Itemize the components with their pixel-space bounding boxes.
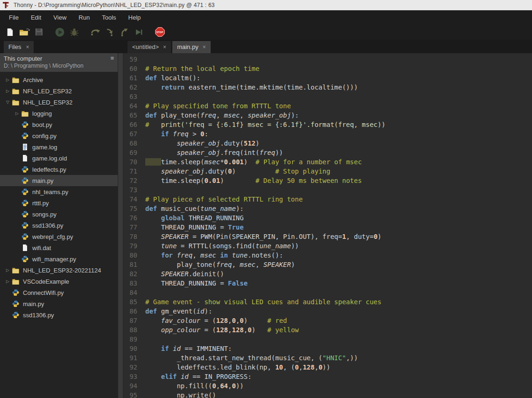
code-line[interactable]: 83 THREAD_RUNNING = False [123, 279, 532, 288]
new-file-button[interactable] [4, 26, 16, 38]
code-line[interactable]: 87 fav_colour = (128,0,0) # red [123, 316, 532, 325]
open-file-button[interactable] [18, 26, 30, 38]
code-line[interactable]: 95 np.write() [123, 391, 532, 398]
tree-item-main-py[interactable]: main.py [0, 298, 118, 309]
code-line[interactable]: 89 [123, 335, 532, 344]
code-line[interactable]: 61def localtm(): [123, 73, 532, 83]
tree-item-nhl-teams-py[interactable]: nhl_teams.py [0, 186, 118, 197]
tree-item-main-py[interactable]: main.py [0, 175, 118, 186]
code-line[interactable]: 93 elif id == IN_PROGRESS: [123, 372, 532, 381]
expander-icon[interactable]: ▷ [4, 279, 12, 284]
tree-item-nhl-led-esp32-20221124[interactable]: ▷NHL_LED_ESP32-20221124 [0, 265, 118, 276]
code-line[interactable]: 75def music_cue(tune_name): [123, 204, 532, 213]
code-line[interactable]: 88 opp_colour = (128,128,0) # yellow [123, 325, 532, 335]
code-text: global THREAD_RUNNING [145, 213, 244, 223]
code-line[interactable]: 64# Play specified tone from RTTTL tone [123, 101, 532, 111]
tree-item-songs-py[interactable]: songs.py [0, 209, 118, 220]
tree-item-boot-py[interactable]: boot.py [0, 119, 118, 130]
code-line[interactable]: 92 ledeffects.led_blink(np, 10, (0,128,0… [123, 363, 532, 372]
tree-item-game-log[interactable]: game.log [0, 141, 118, 153]
tree-item-webrepl-cfg-py[interactable]: webrepl_cfg.py [0, 231, 118, 242]
tab-main-py[interactable]: main.py× [172, 41, 211, 53]
menu-item-help[interactable]: Help [122, 12, 147, 23]
expander-icon[interactable]: ▷ [4, 77, 12, 82]
close-icon[interactable]: × [203, 44, 206, 50]
code-line[interactable]: 60# Return the local epoch time [123, 64, 532, 73]
close-icon[interactable]: × [163, 44, 166, 50]
code-line[interactable]: 90 if id == IMMINENT: [123, 344, 532, 353]
tree-item-rtttl-py[interactable]: rtttl.py [0, 197, 118, 209]
step-into-button[interactable] [104, 26, 116, 38]
code-line[interactable]: 82 SPEAKER.deinit() [123, 269, 532, 279]
tree-item-game-log-old[interactable]: game.log.old [0, 153, 118, 164]
code-line[interactable]: 71 speaker_obj.duty(0) # Stop playing [123, 167, 532, 176]
code-view[interactable]: 5960# Return the local epoch time61def l… [123, 53, 532, 398]
run-script-button[interactable] [54, 26, 66, 38]
code-line[interactable]: 77 THREAD_RUNNING = True [123, 223, 532, 232]
code-line[interactable]: 94 np.fill((0,64,0)) [123, 381, 532, 391]
code-line[interactable]: 63 [123, 92, 532, 101]
code-line[interactable]: 70 time.sleep(msec*0.001) # Play for a n… [123, 157, 532, 167]
code-line[interactable]: 67 if freq > 0: [123, 129, 532, 139]
menu-item-file[interactable]: File [3, 12, 25, 23]
tree-item-nfl-led-esp32[interactable]: ▷NFL_LED_ESP32 [0, 85, 118, 97]
code-line[interactable]: 65def play_tone(freq, msec, speaker_obj)… [123, 111, 532, 120]
tree-item-vscodeexample[interactable]: ▷VSCodeExample [0, 276, 118, 287]
tab-files[interactable]: Files × [4, 41, 34, 53]
tab-untitled[interactable]: <untitled>× [128, 41, 171, 53]
tree-item-config-py[interactable]: config.py [0, 130, 118, 141]
files-scrollbar[interactable] [118, 53, 123, 398]
step-over-button[interactable] [89, 26, 101, 38]
python-icon [21, 210, 29, 218]
tree-item-wifi-manager-py[interactable]: wifi_manager.py [0, 253, 118, 265]
menu-item-edit[interactable]: Edit [25, 12, 47, 23]
code-line[interactable]: 73 [123, 185, 532, 195]
code-line[interactable]: 68 speaker_obj.duty(512) [123, 139, 532, 148]
code-line[interactable]: 91 _thread.start_new_thread(music_cue, (… [123, 353, 532, 363]
resume-button[interactable] [133, 26, 145, 38]
expander-icon[interactable]: ▽ [4, 100, 12, 105]
tree-item-ledeffects-py[interactable]: ledeffects.py [0, 164, 118, 175]
code-text: fav_colour = (128,0,0) # red [145, 316, 287, 325]
line-number: 79 [123, 241, 137, 251]
code-line[interactable]: 80 for freq, msec in tune.notes(): [123, 251, 532, 260]
code-line[interactable]: 72 time.sleep(0.01) # Delay 50 ms betwee… [123, 176, 532, 185]
debug-script-button[interactable] [68, 26, 80, 38]
code-line[interactable]: 59 [123, 55, 532, 64]
code-line[interactable]: 79 tune = RTTTL(songs.find(tune_name)) [123, 241, 532, 251]
stop-button[interactable]: STOP [154, 26, 166, 38]
code-line[interactable]: 76 global THREAD_RUNNING [123, 213, 532, 223]
close-icon[interactable]: × [26, 44, 29, 50]
expander-icon[interactable]: ▷ [13, 111, 21, 116]
code-line[interactable]: 84 [123, 288, 532, 297]
code-line[interactable]: 81 play_tone(freq, msec, SPEAKER) [123, 260, 532, 269]
menu-item-view[interactable]: View [47, 12, 72, 23]
tab-label: main.py [177, 43, 199, 50]
expander-icon[interactable]: ▷ [4, 268, 12, 272]
tree-item-archive[interactable]: ▷Archive [0, 74, 118, 85]
menu-item-tools[interactable]: Tools [96, 12, 122, 23]
tree-item-connectwifi-py[interactable]: ConnectWifi.py [0, 287, 118, 298]
expander-icon[interactable]: ▷ [4, 89, 12, 93]
code-line[interactable]: 86def gm_event(id): [123, 307, 532, 316]
panel-menu-icon[interactable]: ≡ [110, 55, 114, 62]
line-number: 81 [123, 260, 137, 269]
tree-item-label: Archive [23, 77, 43, 84]
save-file-button[interactable] [33, 26, 45, 38]
code-line[interactable]: 62 return eastern_time(time.mktime(time.… [123, 83, 532, 92]
code-line[interactable]: 74# Play piece of selected RTTTL ring to… [123, 195, 532, 204]
tree-item-ssd1306-py[interactable]: ssd1306.py [0, 309, 118, 321]
menu-item-run[interactable]: Run [72, 12, 96, 23]
tree-item-ssd1306-py[interactable]: ssd1306.py [0, 220, 118, 231]
python-icon [21, 233, 29, 240]
code-text: # Play specified tone from RTTTL tone [145, 101, 291, 111]
code-line[interactable]: 85# Game event - show visual LED cues an… [123, 297, 532, 307]
tree-item-wifi-dat[interactable]: wifi.dat [0, 242, 118, 253]
tree-item-nhl-led-esp32[interactable]: ▽NHL_LED_ESP32 [0, 97, 118, 108]
scrollbar-thumb[interactable] [118, 53, 123, 398]
tree-item-logging[interactable]: ▷logging [0, 108, 118, 119]
code-line[interactable]: 78 SPEAKER = PWM(Pin(SPEAKER_PIN, Pin.OU… [123, 232, 532, 241]
step-out-button[interactable] [118, 26, 130, 38]
code-line[interactable]: 66# print('freq = {:6.1f} msec = {:6.1f}… [123, 120, 532, 129]
code-line[interactable]: 69 speaker_obj.freq(int(freq)) [123, 148, 532, 157]
